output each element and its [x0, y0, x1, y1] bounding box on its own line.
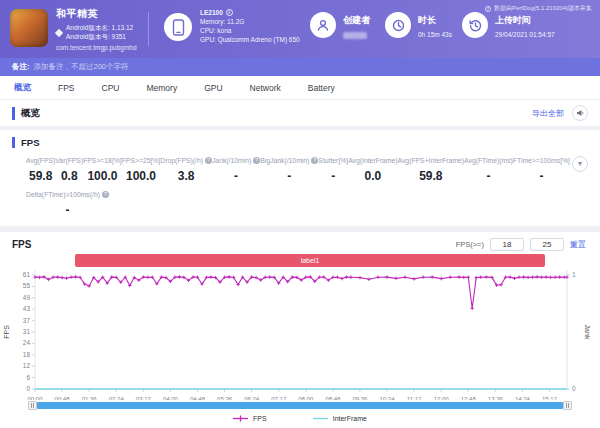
info-icon[interactable]: ?: [253, 157, 260, 164]
upload-time-value: 29/04/2021 01:54:57: [495, 31, 555, 38]
svg-text:43: 43: [23, 305, 31, 312]
reset-button[interactable]: 重置: [570, 239, 586, 250]
device-memory: Memory: 11.2G: [200, 17, 300, 26]
svg-text:08:48: 08:48: [325, 396, 341, 400]
stat-value: 0.8: [55, 169, 83, 183]
header-divider: [148, 12, 149, 46]
fps-summary-title: FPS: [12, 137, 600, 148]
stat-value: 100.0: [122, 169, 161, 183]
svg-text:6: 6: [26, 374, 30, 381]
stat-label: FPS>=18[%]: [83, 157, 122, 164]
tab-概览[interactable]: 概览: [14, 82, 31, 94]
tab-FPS[interactable]: FPS: [58, 83, 75, 93]
info-icon: i: [485, 6, 491, 12]
app-info: 和平精英 Android版本名: 1.13.12 Android版本号: 935…: [56, 7, 137, 51]
tab-CPU[interactable]: CPU: [102, 83, 120, 93]
creator-block: 创建者: [310, 12, 370, 39]
fps-chart-title: FPS: [12, 239, 31, 250]
svg-text:0: 0: [572, 385, 576, 392]
announcement-button[interactable]: [572, 105, 588, 121]
person-icon: [310, 12, 336, 38]
y-axis-label-left: FPS: [3, 325, 10, 339]
stat-cell: Avg(FPS)59.8: [26, 157, 55, 183]
device-info-icon[interactable]: i: [226, 9, 233, 16]
duration-label: 时长: [418, 14, 452, 27]
note-input[interactable]: 备注: 添加备注，不超过200个字符: [0, 58, 600, 76]
svg-text:12: 12: [23, 362, 31, 369]
stat-cell: FPS>=25[%]100.0: [122, 157, 161, 183]
report-header: 和平精英 Android版本名: 1.13.12 Android版本号: 935…: [0, 0, 600, 58]
svg-text:09:36: 09:36: [352, 396, 368, 400]
stat-cell: Avg(FTime)(ms)-: [464, 157, 513, 183]
device-info: LE2100 i Memory: 11.2G CPU: kona GPU: Qu…: [164, 8, 300, 44]
duration-value: 0h 15m 43s: [418, 31, 452, 38]
clock-icon: [385, 12, 411, 38]
android-icon: [55, 28, 63, 36]
info-icon[interactable]: ?: [205, 157, 212, 164]
fps-stats-row-2: Delta(FTime)>100ms(/h)?-: [0, 191, 600, 217]
scrollbar-right-handle[interactable]: [563, 401, 572, 410]
stat-label: Jank(/10min)?: [212, 157, 260, 164]
stat-label: Avg(FTime)(ms): [464, 157, 513, 164]
svg-text:10:24: 10:24: [380, 396, 396, 400]
info-icon[interactable]: ?: [102, 191, 109, 198]
scrollbar-left-handle[interactable]: [28, 401, 37, 410]
history-icon: [462, 12, 488, 38]
legend-item-InterFrame[interactable]: InterFrame: [313, 415, 367, 422]
svg-text:15:12: 15:12: [542, 396, 558, 400]
stat-cell: Avg(FPS+InterFrame)59.8: [398, 157, 465, 183]
stat-label: Avg(InterFrame): [348, 157, 397, 164]
svg-text:00:00: 00:00: [27, 396, 43, 400]
stat-cell: Drop(FPS)(/h)?3.8: [160, 157, 212, 183]
duration-block: 时长 0h 15m 43s: [385, 12, 452, 38]
legend-label: FPS: [253, 415, 267, 422]
stat-value: 100.0: [83, 169, 122, 183]
collector-note: i 数据由PerfDog(5.1.210204)版本采集: [485, 4, 592, 13]
device-cpu: CPU: kona: [200, 26, 300, 35]
note-label: 备注:: [12, 62, 30, 72]
chart-annotation-banner[interactable]: label1: [75, 254, 545, 267]
fps-chart-card: FPS FPS(>=) 18 25 重置 label1 061218243137…: [0, 232, 600, 428]
stat-label: BigJank(/10min)?: [260, 157, 318, 164]
stat-value: -: [212, 169, 260, 183]
svg-text:02:24: 02:24: [109, 396, 125, 400]
stat-cell: Stutter[%]-: [318, 157, 348, 183]
fps-threshold-input-1[interactable]: 18: [490, 238, 524, 251]
info-icon[interactable]: ?: [311, 157, 318, 164]
svg-text:05:36: 05:36: [217, 396, 233, 400]
svg-text:06:24: 06:24: [244, 396, 260, 400]
overview-title: 概览: [12, 107, 40, 120]
legend-marker: [313, 415, 328, 422]
stat-value: 0.0: [348, 169, 397, 183]
svg-text:37: 37: [23, 317, 31, 324]
stat-cell: FTime>=100ms[%]-: [513, 157, 570, 183]
svg-text:03:12: 03:12: [136, 396, 152, 400]
overview-section-header: 概览 导出全部: [0, 100, 600, 126]
svg-text:08:00: 08:00: [298, 396, 314, 400]
creator-label: 创建者: [343, 14, 370, 27]
tab-Memory[interactable]: Memory: [146, 83, 177, 93]
fps-threshold-label: FPS(>=): [456, 240, 484, 249]
fps-threshold-input-2[interactable]: 25: [530, 238, 564, 251]
svg-text:07:12: 07:12: [271, 396, 287, 400]
svg-text:04:48: 04:48: [190, 396, 206, 400]
stat-value: 3.8: [160, 169, 212, 183]
tab-GPU[interactable]: GPU: [204, 83, 222, 93]
legend-item-FPS[interactable]: FPS: [233, 415, 267, 422]
export-all-button[interactable]: 导出全部: [532, 108, 564, 119]
scrollbar-fill[interactable]: [37, 402, 563, 409]
svg-text:04:00: 04:00: [163, 396, 179, 400]
svg-text:11:12: 11:12: [407, 396, 422, 400]
collapse-card-button[interactable]: ▾: [572, 156, 588, 172]
stat-value: -: [260, 169, 318, 183]
report-tabs: 概览FPSCPUMemoryGPUNetworkBattery: [0, 76, 600, 100]
stat-label: Delta(FTime)>100ms(/h)?: [26, 191, 109, 198]
chart-range-scrollbar[interactable]: [28, 400, 572, 410]
note-placeholder: 添加备注，不超过200个字符: [34, 62, 129, 72]
tab-Battery[interactable]: Battery: [308, 83, 335, 93]
tab-Network[interactable]: Network: [250, 83, 281, 93]
legend-marker: [233, 415, 248, 422]
fps-chart-svg[interactable]: 061218243137434955610100:0000:4801:3602:…: [0, 267, 600, 400]
svg-text:49: 49: [23, 294, 31, 301]
upload-time-block: 上传时间 29/04/2021 01:54:57: [462, 12, 555, 38]
